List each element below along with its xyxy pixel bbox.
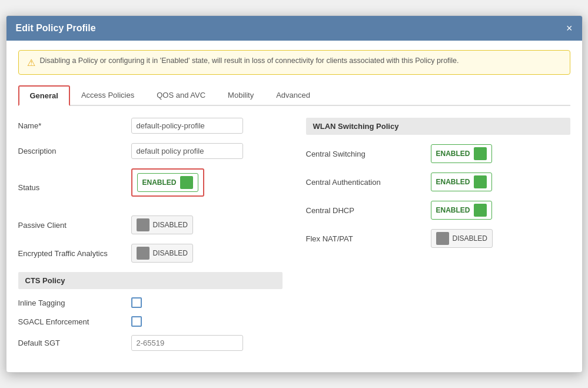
cts-policy-header: CTS Policy — [18, 272, 283, 289]
tab-general[interactable]: General — [18, 85, 70, 106]
encrypted-traffic-indicator — [137, 247, 150, 260]
tabs-container: General Access Policies QOS and AVC Mobi… — [18, 85, 570, 106]
tab-advanced[interactable]: Advanced — [265, 85, 321, 106]
inline-tagging-checkbox[interactable] — [131, 297, 142, 308]
tab-access-policies[interactable]: Access Policies — [70, 85, 145, 106]
flex-nat-indicator — [436, 232, 449, 245]
status-toggle-wrapper: ENABLED — [131, 168, 204, 197]
central-dhcp-label: Central DHCP — [306, 206, 424, 215]
description-row: Description — [18, 143, 283, 159]
central-dhcp-toggle[interactable]: ENABLED — [431, 201, 492, 220]
central-dhcp-row: Central DHCP ENABLED — [306, 201, 570, 220]
close-button[interactable]: × — [566, 23, 573, 34]
description-input[interactable] — [131, 143, 243, 159]
modal-title: Edit Policy Profile — [16, 23, 96, 34]
passive-client-toggle[interactable]: DISABLED — [131, 215, 193, 234]
tab-qos-avc[interactable]: QOS and AVC — [145, 85, 217, 106]
passive-client-label: Passive Client — [18, 221, 124, 230]
status-toggle[interactable]: ENABLED — [137, 173, 198, 192]
central-auth-label: Central Authentication — [306, 178, 424, 187]
flex-nat-row: Flex NAT/PAT DISABLED — [306, 229, 570, 248]
content-area: Name* Description Status ENABLED — [18, 118, 570, 360]
default-sgt-row: Default SGT — [18, 335, 283, 351]
modal-container: Edit Policy Profile × ⚠ Disabling a Poli… — [6, 15, 583, 373]
central-switching-label: Central Switching — [306, 150, 424, 158]
status-row: Status ENABLED — [18, 168, 283, 206]
status-value: ENABLED — [142, 178, 177, 187]
default-sgt-input[interactable] — [131, 335, 243, 351]
modal-header: Edit Policy Profile × — [6, 16, 582, 41]
left-panel: Name* Description Status ENABLED — [18, 118, 283, 360]
wlan-switching-header: WLAN Switching Policy — [306, 118, 570, 135]
modal-body: ⚠ Disabling a Policy or configuring it i… — [6, 41, 582, 372]
name-input[interactable] — [131, 118, 243, 134]
warning-banner: ⚠ Disabling a Policy or configuring it i… — [18, 50, 570, 75]
central-switching-value: ENABLED — [436, 150, 470, 158]
central-auth-toggle[interactable]: ENABLED — [431, 173, 492, 191]
flex-nat-label: Flex NAT/PAT — [306, 234, 424, 243]
status-label: Status — [18, 183, 124, 192]
central-switching-indicator — [474, 147, 487, 160]
flex-nat-value: DISABLED — [453, 234, 487, 243]
central-auth-row: Central Authentication ENABLED — [306, 173, 570, 191]
encrypted-traffic-value: DISABLED — [153, 249, 188, 257]
name-label: Name* — [18, 121, 124, 130]
tab-mobility[interactable]: Mobility — [217, 85, 265, 106]
central-switching-row: Central Switching ENABLED — [306, 144, 570, 163]
warning-icon: ⚠ — [27, 57, 35, 68]
encrypted-traffic-row: Encrypted Traffic Analytics DISABLED — [18, 244, 283, 263]
default-sgt-label: Default SGT — [18, 339, 124, 347]
sgacl-label: SGACL Enforcement — [18, 317, 124, 326]
passive-client-indicator — [137, 218, 150, 231]
central-auth-value: ENABLED — [436, 178, 470, 186]
central-dhcp-indicator — [474, 204, 487, 217]
sgacl-row: SGACL Enforcement — [18, 316, 283, 327]
central-dhcp-value: ENABLED — [436, 206, 470, 214]
central-auth-indicator — [474, 175, 487, 188]
encrypted-traffic-label: Encrypted Traffic Analytics — [18, 249, 124, 258]
description-label: Description — [18, 147, 124, 155]
flex-nat-toggle[interactable]: DISABLED — [431, 229, 493, 248]
status-indicator — [180, 176, 193, 189]
passive-client-row: Passive Client DISABLED — [18, 215, 283, 234]
encrypted-traffic-toggle[interactable]: DISABLED — [131, 244, 193, 263]
sgacl-checkbox[interactable] — [131, 316, 142, 327]
name-row: Name* — [18, 118, 283, 134]
right-panel: WLAN Switching Policy Central Switching … — [306, 118, 570, 360]
central-switching-toggle[interactable]: ENABLED — [431, 144, 492, 163]
inline-tagging-label: Inline Tagging — [18, 299, 124, 307]
warning-text: Disabling a Policy or configuring it in … — [40, 57, 459, 65]
inline-tagging-row: Inline Tagging — [18, 297, 283, 308]
passive-client-value: DISABLED — [153, 221, 188, 229]
